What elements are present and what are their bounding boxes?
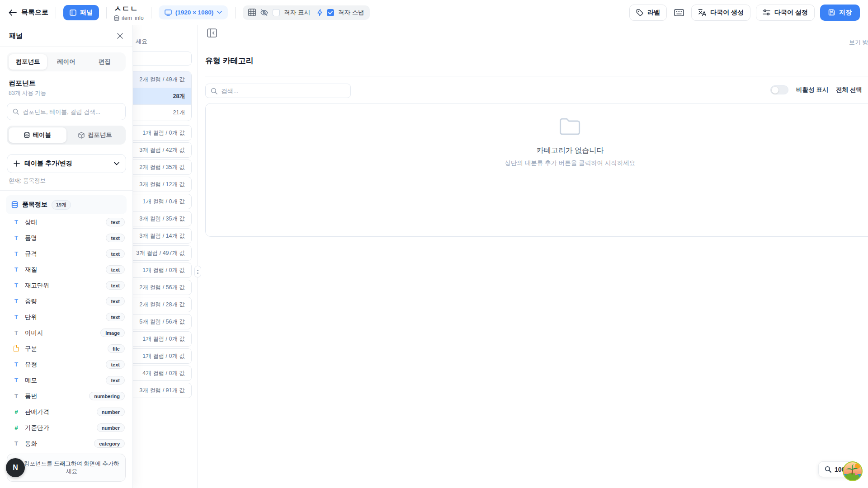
- components-section-title: 컴포넌트: [9, 79, 124, 88]
- select-all-button[interactable]: 전체 선택: [836, 86, 862, 94]
- database-icon: [11, 201, 18, 208]
- field-type-icon: T: [12, 314, 20, 320]
- field-type-badge: text: [106, 360, 125, 369]
- field-type-badge: number: [97, 408, 125, 416]
- back-arrow-icon: [8, 9, 17, 16]
- label-button[interactable]: 라벨: [629, 5, 667, 21]
- field-row[interactable]: 구분 file: [6, 341, 127, 357]
- resolution-selector[interactable]: (868 × 488): [159, 5, 228, 19]
- keyboard-icon: [674, 9, 684, 16]
- back-button[interactable]: 목록으로: [8, 8, 48, 17]
- i18n-generate-button[interactable]: 다국어 생성: [691, 5, 750, 21]
- box-icon: [78, 132, 85, 139]
- divider-drag-handle[interactable]: [194, 266, 201, 277]
- field-row[interactable]: T 메모 text: [6, 372, 127, 388]
- field-row[interactable]: # 기준단가 number: [6, 420, 127, 436]
- chevron-down-icon: [217, 11, 222, 14]
- grid-snap-checkbox[interactable]: [327, 9, 334, 16]
- table-field-list: 품목정보 19개 T 상태 text T 품명 text T 규격: [0, 191, 132, 449]
- source-mode-tabs: 테이블 컴포넌트: [7, 126, 126, 145]
- tab-layers[interactable]: 레이어: [47, 54, 85, 70]
- mode-tab-components[interactable]: 컴포넌트: [66, 127, 124, 143]
- field-name: 규격: [25, 250, 101, 258]
- app-subtitle: item_info: [122, 15, 144, 21]
- field-type-badge: category: [94, 439, 125, 448]
- field-row[interactable]: T 재고단위 text: [6, 277, 127, 293]
- i18n-settings-button[interactable]: 다국어 설정: [756, 5, 815, 21]
- app-title: ㅅㄷㄴ: [114, 4, 144, 14]
- left-panel: 패널 컴포넌트 레이어 편집 컴포넌트 83개 사용 가능 테이블 컴포넌트 테…: [0, 25, 133, 488]
- toolbar-separator: [151, 7, 151, 19]
- field-name: 이미지: [25, 329, 96, 337]
- grid-snap-label[interactable]: 격자 스냅: [338, 9, 364, 17]
- field-name: 중량: [25, 297, 101, 305]
- field-type-icon: T: [12, 219, 20, 225]
- show-inactive-toggle[interactable]: [770, 85, 788, 94]
- title-divider: [205, 76, 868, 76]
- save-icon: [828, 9, 835, 16]
- chevron-down-icon: [114, 162, 119, 165]
- mid-hint-text-fragment: 세요: [136, 38, 192, 46]
- field-row[interactable]: T 유형 text: [6, 357, 127, 372]
- collapse-sidebar-button[interactable]: [205, 27, 219, 39]
- field-name: 판매가격: [25, 408, 92, 416]
- field-name: 품명: [25, 234, 101, 242]
- panel-toggle-button[interactable]: 패널: [63, 5, 99, 20]
- field-name: 재고단위: [25, 282, 101, 290]
- field-type-badge: text: [106, 218, 125, 226]
- field-type-icon: [14, 346, 19, 352]
- grid-options-group: 격자 표시 격자 스냅: [243, 5, 370, 20]
- save-button[interactable]: 저장: [820, 5, 860, 21]
- field-type-icon: T: [12, 266, 20, 273]
- lightning-icon: [317, 9, 323, 16]
- grid-show-checkbox[interactable]: [273, 9, 280, 16]
- close-icon[interactable]: [117, 33, 123, 39]
- panel-tab-bar: 컴포넌트 레이어 편집: [7, 52, 126, 71]
- field-row[interactable]: T 단위 text: [6, 309, 127, 325]
- field-row[interactable]: T 품명 text: [6, 230, 127, 246]
- field-row[interactable]: T 품번 numbering: [6, 388, 127, 404]
- panel-search[interactable]: [7, 103, 126, 120]
- field-name: 재질: [25, 266, 101, 274]
- tag-icon: [636, 9, 643, 16]
- field-row[interactable]: T 재질 text: [6, 262, 127, 277]
- tab-edit[interactable]: 편집: [85, 54, 124, 70]
- field-type-badge: file: [108, 344, 125, 353]
- grid-show-label[interactable]: 격자 표시: [284, 9, 310, 17]
- mode-tab-tables[interactable]: 테이블: [9, 127, 66, 143]
- database-icon: [114, 15, 119, 21]
- list-controls: 비활성 표시 전체 선택 전: [770, 85, 868, 94]
- panel-resize-divider: [198, 25, 198, 488]
- field-rows: T 상태 text T 품명 text T 규격 text T: [6, 214, 127, 449]
- category-search[interactable]: [205, 84, 351, 98]
- search-icon: [13, 108, 19, 115]
- keyboard-shortcuts-button[interactable]: [672, 7, 686, 18]
- collapse-panel-icon: [207, 28, 217, 38]
- database-icon: [24, 132, 30, 138]
- field-row[interactable]: T 중량 text: [6, 293, 127, 309]
- tab-components[interactable]: 컴포넌트: [9, 54, 47, 70]
- show-inactive-label[interactable]: 비활성 표시: [796, 86, 828, 94]
- monitor-icon: [165, 9, 172, 16]
- field-type-icon: #: [12, 424, 20, 431]
- top-toolbar: 목록으로 패널 ㅅㄷㄴ item_info (868 × 488) 격자 표…: [0, 0, 868, 25]
- table-group-header[interactable]: 품목정보 19개: [6, 195, 127, 214]
- field-type-badge: text: [106, 249, 125, 258]
- panel-search-input[interactable]: [23, 108, 120, 115]
- field-type-badge: text: [106, 281, 125, 290]
- mode-tab-tables-label: 테이블: [33, 131, 52, 139]
- sliders-icon: [763, 9, 770, 16]
- add-table-button[interactable]: 테이블 추가/변경: [7, 154, 126, 173]
- field-row[interactable]: T 통화 category: [6, 436, 127, 449]
- field-row[interactable]: T 이미지 image: [6, 325, 127, 341]
- category-search-input[interactable]: [221, 88, 345, 94]
- i18n-settings-text: 다국어 설정: [774, 9, 808, 17]
- mode-tab-components-label: 컴포넌트: [88, 131, 112, 139]
- field-row[interactable]: T 규격 text: [6, 246, 127, 262]
- field-row[interactable]: # 판매가격 number: [6, 404, 127, 420]
- field-name: 기준단가: [25, 424, 92, 432]
- canvas: 보기 방식 유형 카테고리 비활성 표시 전체 선택 전 카테고리가 없습니다 …: [198, 25, 868, 488]
- field-row[interactable]: T 상태 text: [6, 214, 127, 230]
- resolution-value: (868 × 488): [175, 9, 213, 16]
- field-type-icon: T: [12, 393, 20, 399]
